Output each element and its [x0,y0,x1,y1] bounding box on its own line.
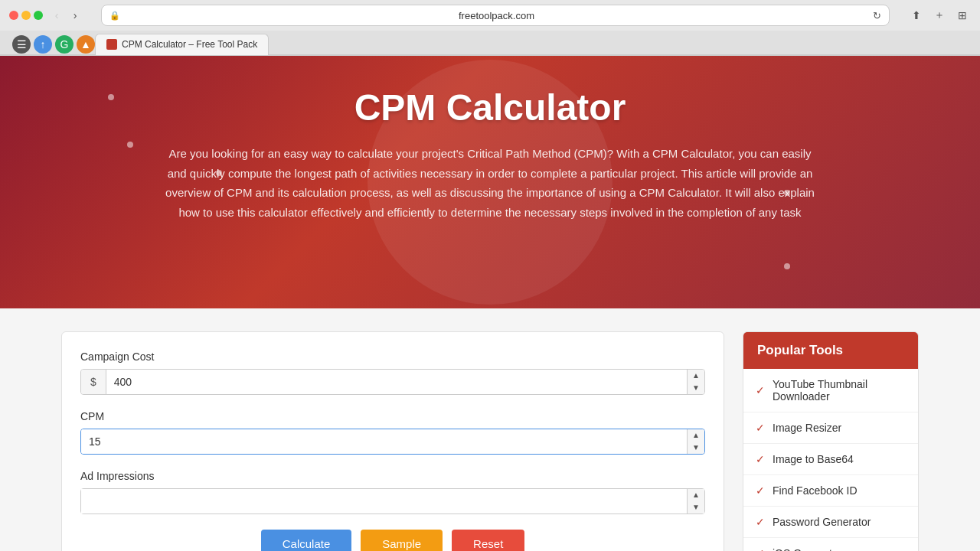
new-tab-icon[interactable]: ＋ [931,7,948,24]
tool-label: Image Resizer [773,422,841,434]
main-layout: Campaign Cost $ ▲ ▼ CPM ▲ ▼ [0,308,980,551]
calculator-form: Campaign Cost $ ▲ ▼ CPM ▲ ▼ [61,331,724,551]
check-icon: ✓ [756,384,765,396]
popular-tools-list: ✓ YouTube Thumbnail Downloader ✓ Image R… [743,369,918,551]
tab-title: CPM Calculator – Free Tool Pack [122,39,257,50]
campaign-cost-group: Campaign Cost $ ▲ ▼ [80,350,705,395]
window-close[interactable] [9,11,18,20]
tabs-icon[interactable]: ⊞ [954,7,971,24]
tool-label: Image to Base64 [773,453,854,465]
tab-favicon [106,39,117,50]
list-item[interactable]: ✓ Image to Base64 [743,444,918,475]
nav-arrows: ‹ › [49,8,83,23]
refresh-icon[interactable]: ↻ [873,10,881,21]
list-item[interactable]: ✓ iOS Generator [743,538,918,551]
sample-button[interactable]: Sample [361,530,443,551]
cpm-spinners: ▲ ▼ [687,429,704,454]
check-icon: ✓ [756,422,765,434]
browser-topbar: ‹ › 🔒 freetoolpack.com ↻ ⬆ ＋ ⊞ [0,0,980,31]
check-icon: ✓ [756,484,765,497]
cpm-group: CPM ▲ ▼ [80,410,705,455]
check-icon: ✓ [756,547,765,551]
sidebar: Popular Tools ✓ YouTube Thumbnail Downlo… [743,331,919,551]
share-icon[interactable]: ⬆ [908,7,925,24]
cpm-input[interactable] [81,429,687,454]
toolbar-icons: ⬆ ＋ ⊞ [908,7,971,24]
calculate-button[interactable]: Calculate [261,530,352,551]
campaign-cost-up[interactable]: ▲ [688,370,704,382]
button-row: Calculate Sample Reset [80,530,705,551]
list-item[interactable]: ✓ Find Facebook ID [743,475,918,507]
ad-impressions-label: Ad Impressions [80,470,705,482]
campaign-cost-input-wrap: $ ▲ ▼ [80,369,705,395]
ad-impressions-down[interactable]: ▼ [688,501,704,514]
browser-chrome: ‹ › 🔒 freetoolpack.com ↻ ⬆ ＋ ⊞ ☰ ↑ G ▲ C… [0,0,980,56]
tool-label: YouTube Thumbnail Downloader [773,378,906,403]
window-minimize[interactable] [21,11,31,20]
cpm-up[interactable]: ▲ [688,429,704,442]
window-controls [9,11,43,20]
tool-label: Find Facebook ID [773,484,858,497]
cpm-down[interactable]: ▼ [688,442,704,454]
url-text: freetoolpack.com [125,10,868,21]
hero-section: CPM Calculator Are you looking for an ea… [0,56,980,308]
list-item[interactable]: ✓ YouTube Thumbnail Downloader [743,369,918,412]
list-item[interactable]: ✓ Password Generator [743,507,918,538]
cpm-input-wrap: ▲ ▼ [80,429,705,455]
ad-impressions-up[interactable]: ▲ [688,489,704,501]
ad-impressions-input-wrap: ▲ ▼ [80,488,705,514]
list-item[interactable]: ✓ Image Resizer [743,412,918,444]
reset-button[interactable]: Reset [452,530,524,551]
menu-icon[interactable]: ☰ [12,35,31,54]
campaign-cost-spinners: ▲ ▼ [687,370,704,394]
ad-impressions-input[interactable] [81,489,687,514]
tool-label: Password Generator [773,516,871,528]
ad-impressions-group: Ad Impressions ▲ ▼ [80,470,705,514]
bookmark-icons: ☰ ↑ G ▲ [12,35,95,54]
tab-bar: ☰ ↑ G ▲ CPM Calculator – Free Tool Pack [0,31,980,55]
cpm-label: CPM [80,410,705,422]
check-icon: ✓ [756,453,765,465]
hero-title: CPM Calculator [15,86,965,129]
forward-button[interactable]: › [67,8,83,23]
hero-description: Are you looking for an easy way to calcu… [165,144,815,222]
browser-tabs: CPM Calculator – Free Tool Pack [95,34,269,55]
bookmark-3[interactable]: ▲ [77,35,95,54]
back-button[interactable]: ‹ [49,8,64,23]
campaign-cost-down[interactable]: ▼ [688,382,704,394]
active-tab[interactable]: CPM Calculator – Free Tool Pack [95,34,269,55]
window-maximize[interactable] [34,11,43,20]
check-icon: ✓ [756,516,765,528]
popular-tools-card: Popular Tools ✓ YouTube Thumbnail Downlo… [743,331,919,551]
popular-tools-header: Popular Tools [743,332,918,369]
lock-icon: 🔒 [109,11,120,21]
ad-impressions-spinners: ▲ ▼ [687,489,704,514]
bookmark-2[interactable]: G [55,35,74,54]
page-content: CPM Calculator Are you looking for an ea… [0,56,980,551]
bookmark-1[interactable]: ↑ [34,35,52,54]
currency-prefix: $ [81,370,106,394]
address-bar[interactable]: 🔒 freetoolpack.com ↻ [101,5,890,26]
tool-label: iOS Generator [773,547,841,551]
campaign-cost-label: Campaign Cost [80,350,705,363]
campaign-cost-input[interactable] [106,370,687,394]
